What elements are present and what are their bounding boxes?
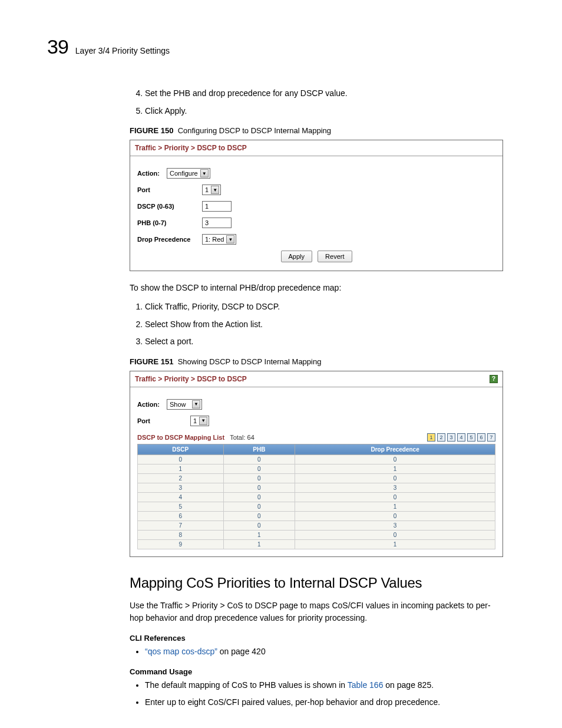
section-paragraph: Use the Traffic > Priority > CoS to DSCP… [130, 599, 503, 624]
port-select[interactable]: 1▼ [202, 185, 221, 195]
intro-text: To show the DSCP to internal PHB/drop pr… [130, 282, 503, 294]
port-label: Port [137, 186, 202, 193]
chevron-down-icon: ▼ [192, 400, 200, 409]
table-cell: 1 [223, 530, 295, 539]
page-button-4[interactable]: 4 [457, 433, 465, 442]
table-row: 810 [138, 530, 495, 539]
table-cell: 0 [223, 454, 295, 464]
chapter-title: Layer 3/4 Priority Settings [75, 46, 170, 55]
action-select[interactable]: Show▼ [167, 399, 202, 410]
breadcrumb: Traffic > Priority > DSCP to DSCP [130, 140, 503, 156]
table-cell: 1 [223, 539, 295, 549]
table-cell: 3 [138, 483, 224, 492]
table-row: 600 [138, 511, 495, 521]
table-cell: 8 [138, 530, 224, 539]
step-item: Select Show from the Action list. [145, 319, 503, 331]
table-cell: 0 [295, 492, 495, 502]
cli-item: “qos map cos-dscp” on page 420 [145, 646, 503, 658]
table-cell: 0 [295, 473, 495, 483]
figure-151-panel: Traffic > Priority > DSCP to DSCP ? Acti… [130, 371, 503, 557]
cli-references-heading: CLI References [130, 634, 503, 643]
page-button-6[interactable]: 6 [477, 433, 485, 442]
table-row: 400 [138, 492, 495, 502]
pager: 1234567 [427, 433, 495, 442]
mapping-table: DSCPPHBDrop Precedence 00010120030340050… [137, 444, 495, 549]
page-header: 39 Layer 3/4 Priority Settings [47, 35, 515, 58]
table-cell: 0 [223, 473, 295, 483]
table-cell: 0 [295, 454, 495, 464]
command-usage-heading: Command Usage [130, 667, 503, 676]
steps-list-1: Set the PHB and drop precedence for any … [130, 88, 503, 117]
table-cell: 6 [138, 511, 224, 521]
step-item: Select a port. [145, 336, 503, 348]
port-label: Port [137, 417, 190, 424]
action-label: Action: [137, 401, 167, 408]
table-row: 501 [138, 502, 495, 511]
section-heading: Mapping CoS Priorities to Internal DSCP … [130, 575, 503, 591]
figure-caption-151: FIGURE 151 Showing DSCP to DSCP Internal… [130, 357, 503, 366]
chevron-down-icon: ▼ [200, 169, 209, 177]
cli-list: “qos map cos-dscp” on page 420 [130, 646, 503, 658]
page-button-2[interactable]: 2 [437, 433, 445, 442]
action-label: Action: [137, 170, 167, 177]
list-title: DSCP to DSCP Mapping List [137, 434, 224, 441]
step-item: Click Traffic, Priority, DSCP to DSCP. [145, 301, 503, 313]
steps-list-2: Click Traffic, Priority, DSCP to DSCP. S… [130, 301, 503, 348]
table-cell: 3 [295, 521, 495, 530]
page-button-7[interactable]: 7 [487, 433, 495, 442]
drop-precedence-select[interactable]: 1: Red▼ [202, 234, 236, 245]
column-header: DSCP [138, 444, 224, 454]
page-button-5[interactable]: 5 [467, 433, 475, 442]
table-cell: 5 [138, 502, 224, 511]
step-item: Click Apply. [145, 106, 503, 117]
revert-button[interactable]: Revert [318, 251, 352, 262]
table-cell: 3 [295, 483, 495, 492]
table-cell: 0 [295, 511, 495, 521]
action-select[interactable]: Configure▼ [167, 168, 210, 179]
table-row: 200 [138, 473, 495, 483]
list-total: Total: 64 [230, 434, 254, 441]
table-cell: 1 [295, 502, 495, 511]
page-button-1[interactable]: 1 [427, 433, 435, 442]
table-cell: 0 [223, 521, 295, 530]
dscp-label: DSCP (0-63) [137, 203, 202, 210]
table-cell: 0 [138, 454, 224, 464]
phb-label: PHB (0-7) [137, 219, 202, 226]
table-cell: 2 [138, 473, 224, 483]
table-cell: 7 [138, 521, 224, 530]
table-row: 000 [138, 454, 495, 464]
phb-input[interactable]: 3 [202, 218, 232, 228]
table-cell: 0 [223, 492, 295, 502]
table-link[interactable]: Table 166 [348, 680, 384, 690]
table-cell: 0 [295, 530, 495, 539]
column-header: Drop Precedence [295, 444, 495, 454]
table-row: 703 [138, 521, 495, 530]
step-item: Set the PHB and drop precedence for any … [145, 88, 503, 100]
chapter-number: 39 [47, 35, 68, 58]
port-select[interactable]: 1▼ [190, 416, 209, 426]
page-button-3[interactable]: 3 [447, 433, 455, 442]
table-row: 101 [138, 464, 495, 473]
table-row: 303 [138, 483, 495, 492]
apply-button[interactable]: Apply [281, 251, 313, 262]
table-cell: 0 [223, 464, 295, 473]
chevron-down-icon: ▼ [211, 186, 219, 194]
table-cell: 1 [295, 464, 495, 473]
table-cell: 1 [138, 464, 224, 473]
table-row: 911 [138, 539, 495, 549]
drop-precedence-label: Drop Precedence [137, 236, 202, 243]
cli-link[interactable]: “qos map cos-dscp” [145, 647, 217, 656]
breadcrumb: Traffic > Priority > DSCP to DSCP ? [130, 371, 503, 387]
table-cell: 0 [223, 511, 295, 521]
usage-list: The default mapping of CoS to PHB values… [130, 680, 503, 709]
column-header: PHB [223, 444, 295, 454]
table-cell: 0 [223, 502, 295, 511]
help-icon[interactable]: ? [490, 375, 498, 383]
table-cell: 0 [223, 483, 295, 492]
usage-item: The default mapping of CoS to PHB values… [145, 680, 503, 691]
usage-item: Enter up to eight CoS/CFI paired values,… [145, 697, 503, 709]
chevron-down-icon: ▼ [199, 417, 207, 425]
dscp-input[interactable]: 1 [202, 201, 232, 212]
figure-caption-150: FIGURE 150 Configuring DSCP to DSCP Inte… [130, 126, 503, 135]
table-cell: 1 [295, 539, 495, 549]
